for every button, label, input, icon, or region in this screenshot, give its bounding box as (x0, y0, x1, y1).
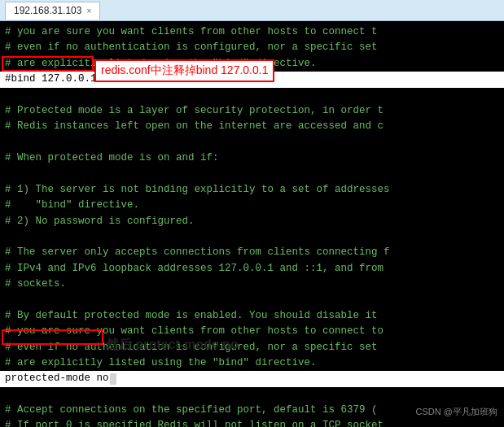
terminal-area: redis.conf中注释掉bind 127.0.0.1 然后 protect-… (0, 21, 504, 427)
line-18 (0, 292, 504, 307)
line-11: # 1) The server is not binding explicitl… (0, 182, 504, 198)
line-1: # you are sure you want clients from oth… (0, 24, 504, 40)
line-8 (0, 135, 504, 150)
line-6: # Protected mode is a layer of security … (0, 103, 504, 119)
line-13: # 2) No password is configured. (0, 214, 504, 229)
line-22: # are explicitly listed using the "bind"… (0, 355, 504, 371)
line-7: # Redis instances left open on the inter… (0, 119, 504, 134)
line-17: # sockets. (0, 277, 504, 292)
line-24 (0, 387, 504, 403)
bind-line: #bind 127.0.0.1 (0, 72, 504, 87)
line-9: # When protected mode is on and if: (0, 150, 504, 166)
line-5 (0, 88, 504, 103)
line-21: # even if no authentication is configure… (0, 340, 504, 355)
line-26: # If port 0 is specified Redis will not … (0, 418, 504, 427)
cursor (110, 373, 116, 385)
watermark: CSDN @平凡加班狗 (416, 405, 497, 419)
tab-close-icon[interactable]: × (86, 7, 91, 15)
line-3: # are explicitly listed using the "bind"… (0, 56, 504, 72)
protect-line: protected-mode no (0, 371, 504, 386)
line-16: # IPv4 and IPv6 loopback addresses 127.0… (0, 261, 504, 277)
line-20: # you are sure you want clients from oth… (0, 324, 504, 339)
line-19: # By default protected mode is enabled. … (0, 308, 504, 324)
line-15: # The server only accepts connections fr… (0, 245, 504, 260)
line-2: # even if no authentication is configure… (0, 40, 504, 55)
main-window: 192.168.31.103 × redis.conf中注释掉bind 127.… (0, 0, 504, 427)
line-12: # "bind" directive. (0, 198, 504, 213)
title-bar: 192.168.31.103 × (0, 0, 504, 21)
line-14 (0, 229, 504, 245)
line-10 (0, 166, 504, 181)
tab[interactable]: 192.168.31.103 × (5, 2, 100, 20)
tab-label: 192.168.31.103 (14, 5, 81, 16)
